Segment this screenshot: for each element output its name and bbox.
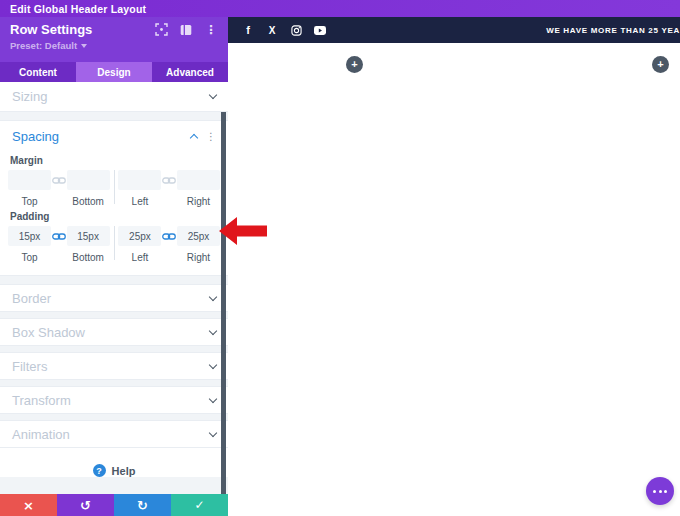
chevron-down-icon bbox=[209, 394, 217, 402]
padding-label: Padding bbox=[0, 207, 228, 226]
margin-bottom-input[interactable] bbox=[67, 170, 110, 190]
margin-label: Margin bbox=[0, 151, 228, 170]
preset-selector[interactable]: Preset: Default bbox=[10, 40, 218, 51]
announcement-text: WE HAVE MORE THAN 25 YEA bbox=[546, 17, 680, 43]
row-settings-panel: Row Settings ⋮ bbox=[0, 17, 228, 516]
link-values-icon[interactable] bbox=[51, 226, 67, 246]
field-label: Right bbox=[187, 196, 210, 207]
undo-button[interactable]: ↺ bbox=[57, 494, 114, 516]
redo-button[interactable]: ↻ bbox=[114, 494, 171, 516]
page-settings-button[interactable] bbox=[646, 477, 674, 505]
tab-content[interactable]: Content bbox=[0, 62, 76, 82]
section-label: Border bbox=[12, 291, 210, 306]
margin-right-input[interactable] bbox=[177, 170, 220, 190]
page-title: Edit Global Header Layout bbox=[10, 3, 146, 15]
chevron-down-icon bbox=[209, 360, 217, 368]
chevron-down-icon bbox=[209, 91, 217, 99]
section-label: Filters bbox=[12, 359, 210, 374]
dot bbox=[653, 490, 656, 493]
kebab-menu-icon[interactable]: ⋮ bbox=[204, 23, 218, 37]
spacing-title: Spacing bbox=[12, 129, 191, 144]
section-label: Animation bbox=[12, 427, 210, 442]
chevron-down-icon bbox=[209, 428, 217, 436]
social-icons: f X bbox=[242, 24, 326, 36]
site-top-header: f X WE HAVE MORE THAN 25 YEA bbox=[228, 17, 680, 43]
chevron-down-icon bbox=[209, 326, 217, 334]
x-icon[interactable]: X bbox=[266, 24, 278, 36]
discard-button[interactable]: × bbox=[0, 494, 57, 516]
margin-top-input[interactable] bbox=[8, 170, 51, 190]
split-view-icon[interactable] bbox=[179, 23, 193, 37]
margin-fields: Top Bottom Left bbox=[0, 170, 228, 207]
chevron-down-icon bbox=[209, 292, 217, 300]
field-label: Left bbox=[132, 252, 149, 263]
section-label: Transform bbox=[12, 393, 210, 408]
tab-design[interactable]: Design bbox=[76, 62, 152, 82]
padding-fields: Top Bottom Left bbox=[0, 226, 228, 263]
help-label: Help bbox=[112, 465, 136, 477]
fields-divider bbox=[114, 170, 115, 204]
field-label: Bottom bbox=[72, 196, 104, 207]
padding-right-input[interactable] bbox=[177, 226, 220, 246]
section-box-shadow[interactable]: Box Shadow bbox=[0, 318, 228, 346]
link-values-icon[interactable] bbox=[161, 170, 177, 190]
panel-footer: × ↺ ↻ ✓ bbox=[0, 494, 228, 516]
caret-down-icon bbox=[81, 44, 87, 48]
facebook-icon[interactable]: f bbox=[242, 24, 254, 36]
link-values-icon[interactable] bbox=[161, 226, 177, 246]
divi-builder-screen: Edit Global Header Layout Row Settings bbox=[0, 0, 680, 516]
tab-advanced[interactable]: Advanced bbox=[152, 62, 228, 82]
expand-icon[interactable] bbox=[154, 23, 168, 37]
help-block: ? Help bbox=[0, 448, 228, 477]
section-animation[interactable]: Animation bbox=[0, 420, 228, 448]
section-sizing[interactable]: Sizing bbox=[0, 82, 228, 112]
spacing-options-icon[interactable]: ⋮ bbox=[206, 131, 216, 142]
fields-divider bbox=[114, 226, 115, 260]
section-filters[interactable]: Filters bbox=[0, 352, 228, 380]
dot bbox=[664, 490, 667, 493]
link-values-icon[interactable] bbox=[51, 170, 67, 190]
field-label: Right bbox=[187, 252, 210, 263]
padding-left-input[interactable] bbox=[118, 226, 161, 246]
preset-label: Preset: Default bbox=[10, 40, 77, 51]
section-label: Sizing bbox=[12, 89, 210, 104]
section-label: Box Shadow bbox=[12, 325, 210, 340]
settings-body: Sizing Spacing ⋮ Margin Top bbox=[0, 82, 228, 494]
field-label: Left bbox=[132, 196, 149, 207]
settings-tabs: Content Design Advanced bbox=[0, 62, 228, 82]
panel-title: Row Settings bbox=[10, 22, 154, 37]
padding-top-input[interactable] bbox=[8, 226, 51, 246]
section-transform[interactable]: Transform bbox=[0, 386, 228, 414]
youtube-icon[interactable] bbox=[314, 24, 326, 36]
section-spacing: Spacing ⋮ Margin Top bbox=[0, 120, 228, 276]
page-preview: f X WE HAVE MORE THAN 25 YEA bbox=[228, 17, 680, 516]
add-button[interactable]: + bbox=[346, 56, 363, 73]
edit-layout-topbar: Edit Global Header Layout bbox=[0, 0, 680, 17]
field-label: Top bbox=[21, 196, 37, 207]
dot bbox=[659, 490, 662, 493]
annotation-arrow-icon bbox=[219, 216, 267, 246]
chevron-up-icon bbox=[190, 133, 198, 141]
spacing-header[interactable]: Spacing ⋮ bbox=[0, 121, 228, 151]
field-label: Bottom bbox=[72, 252, 104, 263]
section-border[interactable]: Border bbox=[0, 284, 228, 312]
help-button[interactable]: ? Help bbox=[0, 448, 228, 477]
panel-scrollbar[interactable] bbox=[221, 112, 226, 494]
panel-header: Row Settings ⋮ bbox=[0, 17, 228, 62]
add-button[interactable]: + bbox=[652, 56, 669, 73]
help-icon: ? bbox=[93, 464, 106, 477]
field-label: Top bbox=[21, 252, 37, 263]
margin-left-input[interactable] bbox=[118, 170, 161, 190]
padding-bottom-input[interactable] bbox=[67, 226, 110, 246]
instagram-icon[interactable] bbox=[290, 24, 302, 36]
accept-button[interactable]: ✓ bbox=[171, 494, 228, 516]
